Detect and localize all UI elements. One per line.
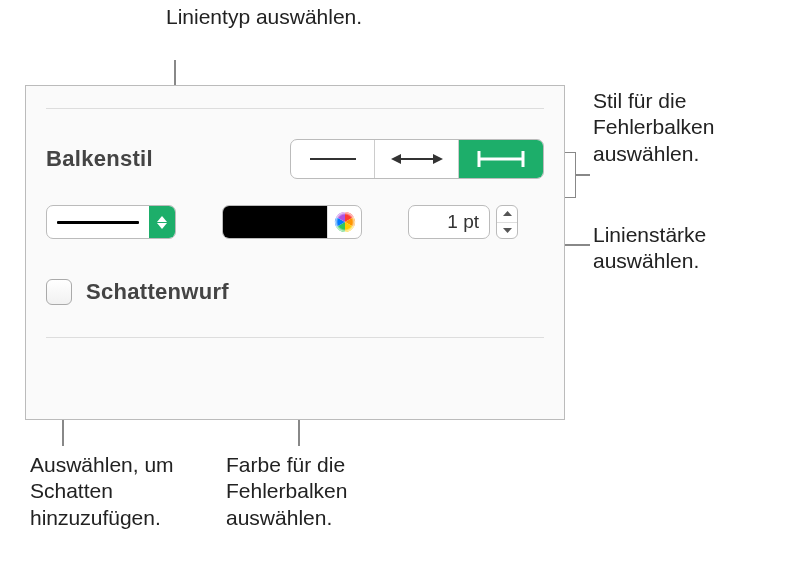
callout-line-width: Linienstärke auswählen. xyxy=(593,222,793,275)
shadow-label: Schattenwurf xyxy=(86,279,229,305)
error-bar-style-line[interactable] xyxy=(291,140,375,178)
error-bar-style-segmented[interactable] xyxy=(290,139,544,179)
callout-linetype: Linientyp auswählen. xyxy=(166,4,386,30)
section-label-barstyle: Balkenstil xyxy=(46,146,290,172)
chevron-up-icon xyxy=(157,216,167,222)
shadow-checkbox[interactable] xyxy=(46,279,72,305)
bar-style-panel: Balkenstil xyxy=(25,85,565,420)
chevron-down-icon xyxy=(157,223,167,229)
color-swatch[interactable] xyxy=(223,206,327,238)
color-wheel-button[interactable] xyxy=(327,205,361,239)
popup-toggle[interactable] xyxy=(149,206,175,238)
line-type-preview xyxy=(47,206,149,238)
callout-shadow: Auswählen, um Schatten hinzuzufügen. xyxy=(30,452,220,531)
stepper-up[interactable] xyxy=(497,206,517,223)
svg-marker-10 xyxy=(503,211,512,216)
t-caps-icon xyxy=(473,149,529,169)
stepper-down[interactable] xyxy=(497,223,517,239)
svg-marker-8 xyxy=(157,223,167,229)
line-icon xyxy=(308,152,358,166)
svg-marker-7 xyxy=(157,216,167,222)
callout-color: Farbe für die Fehlerbalken auswählen. xyxy=(226,452,426,531)
color-wheel-icon xyxy=(334,211,356,233)
chevron-down-icon xyxy=(503,228,512,233)
arrow-caps-icon xyxy=(389,151,445,167)
divider xyxy=(46,108,544,109)
line-width-stepper xyxy=(408,205,518,239)
callout-errorbar-style: Stil für die Fehlerbalken auswählen. xyxy=(593,88,793,167)
line-width-stepper-buttons xyxy=(496,205,518,239)
line-color-well[interactable] xyxy=(222,205,362,239)
line-type-popup[interactable] xyxy=(46,205,176,239)
svg-marker-11 xyxy=(503,228,512,233)
chevron-up-icon xyxy=(503,211,512,216)
svg-point-9 xyxy=(335,212,355,232)
solid-line-icon xyxy=(57,221,139,224)
line-width-field[interactable] xyxy=(408,205,490,239)
callout-line xyxy=(576,174,590,176)
error-bar-style-tcap[interactable] xyxy=(459,140,543,178)
divider xyxy=(46,337,544,338)
svg-marker-2 xyxy=(391,154,401,164)
svg-marker-3 xyxy=(433,154,443,164)
error-bar-style-arrow[interactable] xyxy=(375,140,459,178)
